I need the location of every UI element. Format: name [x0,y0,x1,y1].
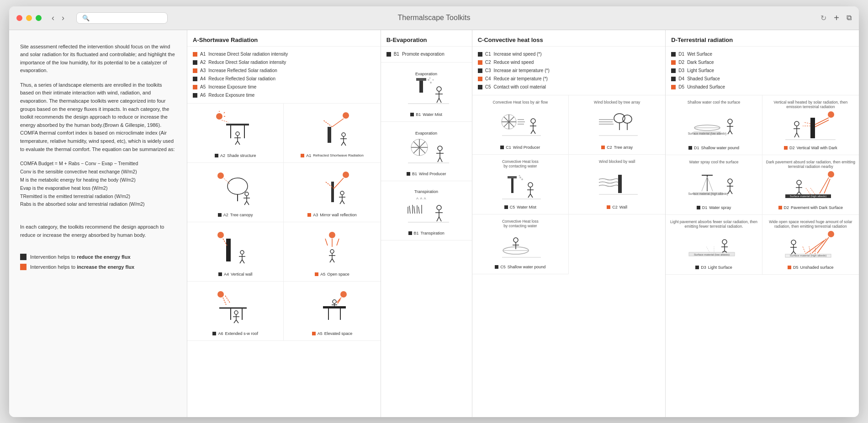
search-bar[interactable]: 🔍 [76,12,168,24]
svg-line-107 [414,206,415,214]
tool-b1-transpiration: Transpiration ^ ^ ^ [381,181,472,240]
nav-arrows: ‹ › [49,12,67,24]
svg-line-67 [225,296,230,303]
formula-text: COMFA Budget = M + Rabs − Conv − Evap − … [20,160,176,209]
tile-button[interactable]: ⧉ [847,14,852,22]
back-button[interactable]: ‹ [49,12,57,24]
svg-point-61 [234,311,238,314]
svg-line-15 [332,119,344,127]
svg-text:^ ^ ^: ^ ^ ^ [416,197,426,202]
svg-line-54 [325,239,328,245]
minimize-button[interactable] [26,15,32,21]
reload-button[interactable]: ↻ [820,14,826,22]
tool-d5-unshaded: Wide open space received huge amount of … [762,215,859,275]
tool-c1-wind: Convective Heat loss by air flow [472,95,569,155]
svg-line-177 [797,133,799,137]
sidebar: Site assessment reflected the interventi… [9,30,187,417]
tool-a2-tree: A2Tree canopy [187,163,284,222]
svg-line-148 [530,194,533,198]
forward-button[interactable]: › [59,12,67,24]
svg-point-125 [531,119,535,123]
svg-line-20 [341,142,344,146]
window-title: Thermalscape Toolkits [398,14,471,22]
svg-point-40 [217,232,224,238]
tool-d1-spray: Water spray cool the surface Surface mat… [666,155,762,215]
svg-point-68 [340,291,347,298]
svg-line-99 [438,157,440,162]
tool-a1-refracted: A1Refracted Shortwave Radiation [284,104,380,163]
traffic-lights [16,15,42,21]
svg-line-115 [439,217,441,221]
svg-line-12 [222,120,228,122]
tool-a3-mirror: A3Mirror wall reflection [284,163,380,222]
svg-text:Surface material (low albedo): Surface material (low albedo) [693,253,729,256]
tool-c2-tree: Wind blocked by tree array [569,95,665,155]
svg-line-195 [824,179,830,193]
cat-b-tools: Evaporation [381,63,472,240]
svg-line-38 [340,200,342,204]
app-window: ‹ › 🔍 Thermalscape Toolkits ↻ + ⧉ Site a… [9,6,859,417]
svg-line-114 [437,217,439,221]
svg-line-66 [223,298,226,305]
category-a: A-Shortwave Radiation A1Increase Direct … [187,30,381,417]
svg-line-202 [799,192,801,194]
svg-point-7 [236,132,239,136]
sidebar-para3: In each category, the toolkits recommend… [20,223,176,239]
svg-line-165 [728,131,730,134]
svg-line-29 [247,201,249,205]
legend-reduce-text: Intervention helps to reduce the energy … [30,254,131,260]
svg-line-46 [242,260,244,263]
cat-b-items: B1Promote evaporation [381,47,472,63]
svg-line-201 [797,192,799,194]
svg-point-162 [728,119,732,124]
svg-rect-69 [323,306,346,308]
svg-line-56 [337,239,339,245]
svg-rect-41 [226,239,231,261]
svg-line-183 [702,177,707,191]
svg-point-82 [429,78,431,79]
category-d: D-Terrestrial radiation D1Wet Surface D2… [666,30,859,417]
maximize-button[interactable] [36,15,42,21]
svg-rect-4 [226,124,249,125]
sidebar-para1: Site assessment reflected the interventi… [20,43,176,75]
svg-point-207 [722,240,727,244]
svg-line-197 [806,188,810,194]
svg-rect-150 [618,175,622,193]
svg-line-166 [730,131,732,134]
svg-line-21 [344,142,346,146]
svg-point-143 [519,175,520,176]
svg-line-88 [439,98,441,103]
svg-line-189 [728,190,730,194]
legend-increase: Intervention helps to increase the energ… [20,264,176,270]
toolkit-grid: A-Shortwave Radiation A1Increase Direct … [187,30,859,417]
svg-line-45 [240,260,242,263]
svg-point-49 [330,250,334,253]
svg-line-39 [342,200,344,204]
svg-line-87 [437,98,439,103]
svg-point-23 [228,178,248,194]
legend-orange-box [20,264,26,270]
svg-rect-140 [508,176,517,178]
svg-point-35 [340,191,344,195]
svg-text:Evaporation: Evaporation [415,131,437,136]
legend-increase-text: Intervention helps to increase the energ… [30,264,134,270]
close-button[interactable] [16,15,22,21]
content-area: Site assessment reflected the interventi… [9,30,859,417]
titlebar: ‹ › 🔍 Thermalscape Toolkits ↻ + ⧉ [9,6,859,30]
tool-a5-elevated: A5Elevated space [284,282,380,341]
toolkit-panel: A-Shortwave Radiation A1Increase Direct … [187,30,859,417]
svg-point-191 [828,171,834,178]
svg-point-167 [828,111,834,118]
tool-b1-windproducer: Evaporation [381,122,472,181]
svg-line-215 [817,237,829,253]
svg-text:Evaporation: Evaporation [415,72,437,76]
svg-point-83 [433,79,434,81]
new-tab-button[interactable]: + [834,13,839,23]
svg-line-105 [409,206,410,214]
svg-line-10 [235,141,238,145]
svg-line-171 [804,122,810,124]
svg-point-72 [333,300,336,303]
svg-line-64 [234,320,236,323]
svg-line-33 [334,178,344,188]
svg-rect-14 [328,127,331,143]
